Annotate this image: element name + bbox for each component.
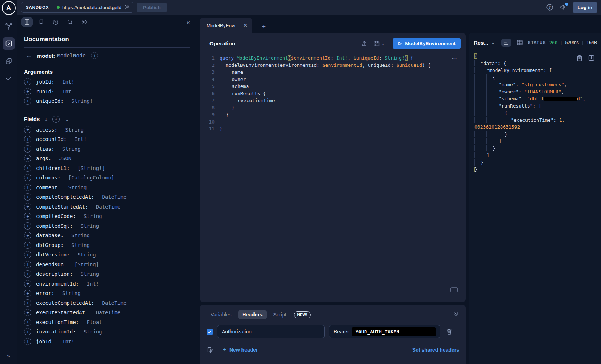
field-name[interactable]: database: [36, 232, 67, 238]
field-type[interactable]: Int! [62, 339, 75, 344]
copy-response-icon[interactable] [577, 55, 582, 61]
field-type[interactable]: [String!] [77, 165, 105, 171]
add-field-button[interactable]: + [24, 232, 31, 239]
operation-tab[interactable]: ModelByEnvi... × [200, 18, 252, 33]
save-options-chevron-icon[interactable]: ⌄ [381, 41, 385, 46]
schema-field-row[interactable]: +executionTime: Float [24, 318, 190, 327]
field-name[interactable]: accountId: [36, 136, 70, 142]
field-name[interactable]: description: [36, 271, 76, 277]
new-tab-button[interactable]: + [261, 23, 266, 30]
add-field-button[interactable]: + [24, 155, 31, 162]
field-type[interactable]: DateTime [102, 194, 127, 200]
field-type[interactable]: String! [71, 98, 93, 104]
set-shared-headers-link[interactable]: Set shared headers [412, 347, 459, 353]
raw-view-toggle-icon[interactable] [501, 39, 511, 47]
field-type[interactable]: [CatalogColumn] [68, 175, 114, 181]
schema-field-row[interactable]: +compileStartedAt: DateTime [24, 202, 190, 212]
field-type[interactable]: Int! [62, 79, 75, 85]
tab-headers[interactable]: Headers [238, 310, 266, 319]
field-name[interactable]: error: [36, 290, 57, 296]
auth-token-value[interactable]: YOUR_AUTH_TOKEN [352, 327, 436, 336]
field-name[interactable]: dependsOn: [36, 262, 70, 267]
field-name[interactable]: jobId: [36, 339, 57, 344]
add-field-button[interactable]: + [24, 213, 31, 220]
explorer-settings-icon[interactable] [81, 19, 87, 25]
add-field-button[interactable]: + [24, 145, 31, 153]
field-name[interactable]: runId: [36, 89, 57, 94]
add-field-button[interactable]: + [24, 251, 31, 258]
field-type[interactable]: Int [62, 89, 71, 94]
field-type[interactable]: Float [87, 319, 102, 325]
fields-options-chevron-icon[interactable]: ⌄ [65, 117, 69, 122]
field-name[interactable]: compileStartedAt: [36, 204, 91, 210]
field-name[interactable]: environmentId: [36, 281, 82, 287]
changesets-icon[interactable] [3, 55, 15, 67]
add-field-button[interactable]: + [24, 88, 31, 95]
schema-field-row[interactable]: +args: JSON [24, 154, 190, 163]
add-field-button[interactable]: + [24, 338, 31, 345]
schema-field-row[interactable]: +runId: Int [24, 87, 190, 97]
header-value-input[interactable]: Bearer YOUR_AUTH_TOKEN [329, 325, 440, 338]
add-field-button[interactable]: + [24, 270, 31, 278]
schema-field-row[interactable]: +uniqueId: String! [24, 96, 190, 106]
field-name[interactable]: executeStartedAt: [36, 310, 91, 315]
schema-field-row[interactable]: +compileCompletedAt: DateTime [24, 192, 190, 202]
add-field-button[interactable]: + [24, 319, 31, 326]
field-name[interactable]: columns: [36, 175, 64, 181]
saved-operations-icon[interactable] [38, 19, 44, 25]
publish-button[interactable]: Publish [137, 3, 167, 12]
add-field-button[interactable]: + [24, 203, 31, 210]
response-dropdown-chevron-icon[interactable]: ⌄ [491, 40, 495, 45]
field-type[interactable]: DateTime [102, 300, 127, 306]
docs-tab-icon[interactable] [21, 17, 33, 27]
schema-field-row[interactable]: +jobId: Int! [24, 337, 190, 347]
schema-field-row[interactable]: +childrenL1: [String!] [24, 163, 190, 173]
add-field-button[interactable]: + [24, 126, 31, 133]
query-editor[interactable]: 1query ModelByEnvironment($environmentId… [200, 52, 466, 302]
field-type[interactable]: String [65, 127, 84, 133]
add-field-button[interactable]: + [24, 165, 31, 172]
add-field-button[interactable]: + [24, 309, 31, 316]
schema-field-row[interactable]: +dbtGroup: String [24, 240, 190, 250]
schema-field-row[interactable]: +error: String [24, 288, 190, 298]
download-response-icon[interactable] [588, 55, 594, 61]
schema-field-row[interactable]: +dependsOn: [String] [24, 260, 190, 270]
add-field-button[interactable]: + [24, 299, 31, 307]
add-field-button[interactable]: + [24, 261, 31, 268]
close-tab-icon[interactable]: × [244, 23, 247, 28]
breadcrumb-type[interactable]: ModelNode [57, 53, 86, 58]
field-name[interactable]: comment: [36, 185, 64, 190]
add-field-button[interactable]: + [24, 136, 31, 143]
explorer-icon[interactable] [3, 37, 15, 50]
schema-field-row[interactable]: +columns: [CatalogColumn] [24, 173, 190, 183]
login-button[interactable]: Log in [573, 2, 598, 13]
add-field-button[interactable]: + [24, 328, 31, 335]
field-name[interactable]: alias: [36, 146, 57, 152]
field-name[interactable]: compiledSql: [36, 223, 76, 229]
field-type[interactable]: String [71, 242, 90, 248]
field-name[interactable]: args: [36, 155, 55, 161]
sort-fields-icon[interactable]: ↓ [45, 117, 47, 122]
endpoint-settings-icon[interactable] [124, 4, 130, 10]
field-name[interactable]: jobId: [36, 79, 57, 85]
field-name[interactable]: dbtVersion: [36, 252, 73, 258]
schema-field-row[interactable]: +database: String [24, 231, 190, 240]
preflight-script-icon[interactable] [207, 347, 213, 353]
response-title[interactable]: Res... [474, 40, 488, 46]
field-name[interactable]: invocationId: [36, 329, 79, 335]
tab-script[interactable]: Script [269, 310, 291, 319]
add-field-button[interactable]: + [24, 174, 31, 181]
header-enabled-checkbox[interactable] [207, 329, 213, 335]
save-operation-icon[interactable]: ⌄ [373, 40, 385, 47]
add-field-button[interactable]: + [24, 290, 31, 297]
field-name[interactable]: executionTime: [36, 319, 82, 325]
field-type[interactable]: DateTime [96, 310, 120, 315]
field-type[interactable]: [String] [75, 262, 99, 267]
add-field-button[interactable]: + [24, 222, 31, 230]
table-view-toggle-icon[interactable] [515, 38, 525, 47]
field-type[interactable]: String [84, 329, 102, 335]
schema-field-row[interactable]: +alias: String [24, 144, 190, 154]
field-type[interactable]: String [81, 271, 99, 277]
share-operation-icon[interactable] [361, 40, 368, 47]
field-name[interactable]: dbtGroup: [36, 242, 67, 248]
